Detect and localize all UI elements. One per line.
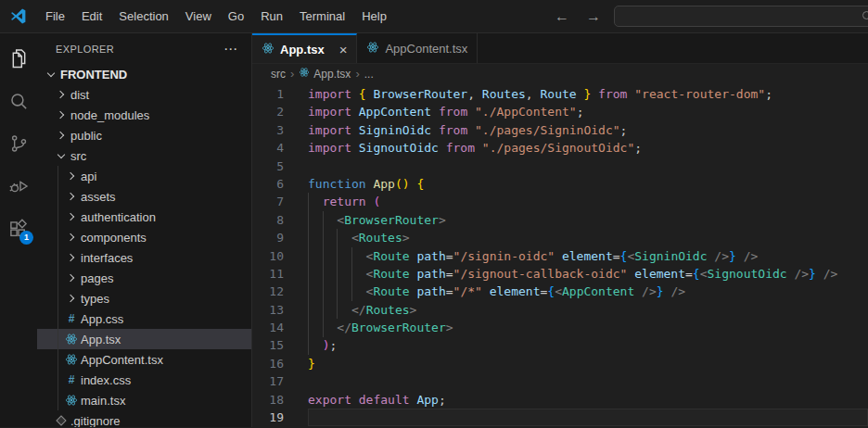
code-line-9[interactable]: 9 <Routes> [252, 229, 868, 246]
line-number[interactable]: 8 [252, 211, 284, 229]
line-number[interactable]: 14 [252, 319, 284, 336]
explorer-icon[interactable] [0, 37, 37, 80]
extensions-icon[interactable]: 1 [0, 208, 37, 250]
forward-arrow-icon[interactable]: → [586, 8, 601, 25]
line-number[interactable]: 13 [252, 301, 284, 319]
tree-item-node-modules[interactable]: node_modules [37, 105, 251, 125]
menu-item-terminal[interactable]: Terminal [291, 1, 353, 32]
code-editor[interactable]: 1import { BrowserRouter, Routes, Route }… [252, 83, 868, 427]
menu-item-selection[interactable]: Selection [110, 1, 176, 32]
search-icon[interactable] [0, 80, 37, 122]
tree-item-frontend[interactable]: FRONTEND [37, 64, 251, 84]
code-line-13[interactable]: 13 </Routes> [252, 301, 868, 319]
line-number[interactable]: 4 [252, 139, 284, 157]
tab-label: App.tsx [280, 43, 325, 57]
tree-item-api[interactable]: api [37, 166, 251, 186]
tree-item-assets[interactable]: assets [37, 186, 251, 207]
menu-item-go[interactable]: Go [220, 1, 252, 32]
line-number[interactable]: 2 [252, 103, 284, 120]
chevron-down-icon [54, 148, 69, 163]
file-tree: FRONTENDdistnode_modulespublicsrcapiasse… [37, 64, 251, 427]
code-line-15[interactable]: 15 ); [252, 336, 868, 354]
code-line-19[interactable]: 19 [252, 409, 868, 426]
source-control-icon[interactable] [0, 122, 37, 165]
tree-indent-guide [57, 166, 58, 410]
breadcrumb-item-src[interactable]: src [271, 68, 286, 81]
sidebar-header: EXPLORER ⋯ [37, 33, 251, 64]
code-line-5[interactable]: 5 [252, 157, 868, 175]
line-number[interactable]: 6 [252, 175, 284, 193]
code-text: import AppContent from "./AppContent"; [284, 103, 583, 120]
line-number[interactable]: 5 [252, 157, 284, 175]
run-and-debug-icon[interactable] [0, 165, 37, 208]
line-number[interactable]: 18 [252, 391, 284, 409]
tree-item-components[interactable]: components [37, 227, 251, 247]
menu-item-help[interactable]: Help [353, 1, 395, 32]
tree-item-types[interactable]: types [37, 288, 251, 308]
tab-app-tsx[interactable]: App.tsx× [252, 33, 357, 63]
back-arrow-icon[interactable]: ← [555, 8, 569, 25]
tab-appcontent-tsx[interactable]: AppContent.tsx [357, 33, 478, 63]
code-line-7[interactable]: 7 return ( [252, 193, 868, 210]
line-number[interactable]: 1 [252, 85, 284, 103]
code-line-10[interactable]: 10 <Route path="/signin-oidc" element={<… [252, 247, 868, 265]
line-number[interactable]: 15 [252, 336, 284, 354]
react-icon [366, 41, 379, 57]
tree-item-label: pages [81, 271, 113, 285]
code-text: <Route path="/*" element={<AppContent />… [284, 283, 685, 300]
tree-item-pages[interactable]: pages [37, 268, 251, 288]
tree-item-public[interactable]: public [37, 125, 251, 145]
code-text: return ( [284, 193, 380, 210]
line-number[interactable]: 17 [252, 372, 284, 390]
line-number[interactable]: 10 [252, 247, 284, 265]
tree-item-app-tsx[interactable]: App.tsx [37, 329, 251, 349]
close-icon[interactable]: × [339, 42, 348, 57]
code-line-18[interactable]: 18export default App; [252, 391, 868, 409]
line-number[interactable]: 9 [252, 229, 284, 246]
code-text: <Route path="/signin-oidc" element={<Sig… [284, 247, 758, 265]
more-actions-icon[interactable]: ⋯ [223, 41, 238, 57]
command-center-searchbox[interactable] [614, 6, 868, 27]
code-line-16[interactable]: 16} [252, 355, 868, 372]
code-line-4[interactable]: 4import SignoutOidc from "./pages/Signou… [252, 139, 868, 157]
breadcrumb-item-[interactable]: ... [364, 68, 374, 81]
tree-item-index-css[interactable]: #index.css [37, 370, 251, 390]
code-line-6[interactable]: 6function App() { [252, 175, 868, 193]
menu-item-edit[interactable]: Edit [73, 1, 110, 32]
code-text: <Route path="/signout-callback-oidc" ele… [284, 265, 837, 283]
chevron-right-icon [54, 107, 69, 122]
code-text: </Routes> [284, 301, 416, 319]
code-line-17[interactable]: 17 [252, 372, 868, 390]
tree-item-dist[interactable]: dist [37, 84, 251, 105]
line-number[interactable]: 12 [252, 283, 284, 300]
code-line-8[interactable]: 8 <BrowserRouter> [252, 211, 868, 229]
code-line-2[interactable]: 2import AppContent from "./AppContent"; [252, 103, 868, 120]
tree-item-interfaces[interactable]: interfaces [37, 247, 251, 268]
chevron-right-icon [64, 291, 79, 306]
tree-item-authentication[interactable]: authentication [37, 207, 251, 227]
tree-item-gitignore[interactable]: .gitignore [37, 410, 251, 427]
tree-item-app-css[interactable]: #App.css [37, 308, 251, 329]
breadcrumb-item-app-tsx[interactable]: App.tsx [299, 67, 351, 81]
menu-item-view[interactable]: View [177, 1, 220, 32]
breadcrumb-label: ... [364, 68, 374, 81]
code-line-12[interactable]: 12 <Route path="/*" element={<AppContent… [252, 283, 868, 300]
code-line-1[interactable]: 1import { BrowserRouter, Routes, Route }… [252, 85, 868, 103]
tree-item-label: .gitignore [70, 414, 120, 428]
code-line-14[interactable]: 14 </BrowserRouter> [252, 319, 868, 336]
code-line-3[interactable]: 3import SigninOidc from "./pages/SigninO… [252, 121, 868, 139]
line-number[interactable]: 16 [252, 355, 284, 372]
line-number[interactable]: 19 [252, 409, 284, 426]
tree-item-label: assets [81, 190, 116, 204]
tree-item-appcontent-tsx[interactable]: AppContent.tsx [37, 349, 251, 370]
tree-item-main-tsx[interactable]: main.tsx [37, 390, 251, 410]
tree-item-src[interactable]: src [37, 145, 251, 166]
line-number[interactable]: 3 [252, 121, 284, 139]
code-line-11[interactable]: 11 <Route path="/signout-callback-oidc" … [252, 265, 868, 283]
line-number[interactable]: 11 [252, 265, 284, 283]
tree-item-label: App.tsx [81, 333, 121, 346]
line-number[interactable]: 7 [252, 193, 284, 210]
code-text [284, 157, 308, 175]
menu-item-file[interactable]: File [37, 1, 73, 32]
menu-item-run[interactable]: Run [252, 1, 291, 32]
